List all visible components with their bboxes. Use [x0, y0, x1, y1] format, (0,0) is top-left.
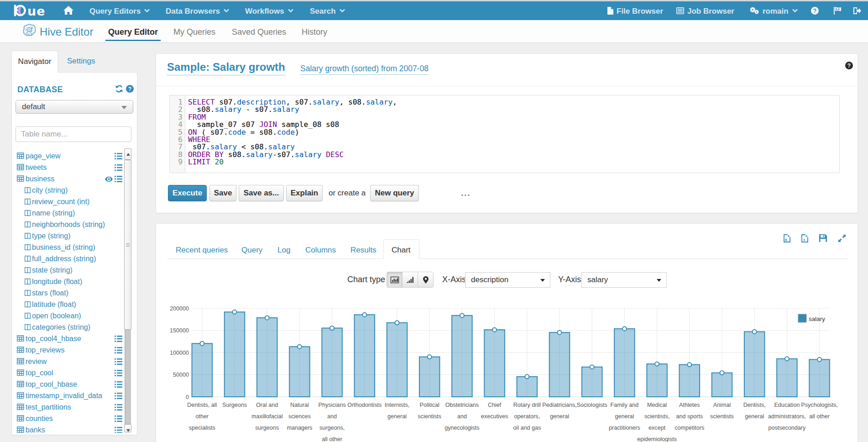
list-icon[interactable]: [115, 358, 122, 367]
legend-swatch[interactable]: [798, 314, 806, 322]
column-name[interactable]: type (string): [32, 232, 70, 240]
table-name[interactable]: tweets: [26, 163, 47, 172]
tab-settings[interactable]: Settings: [67, 57, 95, 66]
explain-button[interactable]: Explain: [286, 185, 323, 201]
bar-8[interactable]: [419, 357, 440, 397]
bar-11[interactable]: [517, 377, 538, 397]
bar-10[interactable]: [484, 330, 505, 397]
column-name[interactable]: neighborhoods (string): [32, 221, 105, 229]
save-button[interactable]: Save: [209, 185, 236, 201]
column-name[interactable]: review_count (int): [32, 198, 89, 206]
navbar-item-job-browser[interactable]: Job Browser: [676, 1, 734, 20]
scrollbar-thumb[interactable]: [124, 160, 131, 330]
bar-13[interactable]: [582, 367, 602, 397]
list-icon[interactable]: [115, 392, 122, 401]
list-icon[interactable]: [115, 335, 122, 344]
x-tick-label: except: [648, 425, 666, 431]
table-name[interactable]: counties: [26, 415, 53, 423]
bar-7[interactable]: [387, 323, 408, 397]
bar-18[interactable]: [744, 332, 765, 397]
sign-out-icon[interactable]: [853, 1, 864, 20]
hue-logo[interactable]: ue: [13, 1, 49, 20]
new-query-button[interactable]: New query: [370, 185, 419, 201]
app-tab-history[interactable]: History: [302, 27, 327, 41]
table-name[interactable]: top_cool_hbase: [26, 380, 77, 389]
column-name[interactable]: longitude (float): [32, 278, 82, 286]
column-name[interactable]: categories (string): [32, 323, 90, 332]
navbar-menu-data-browsers[interactable]: Data Browsers: [166, 1, 232, 20]
database-help-icon[interactable]: ?: [126, 85, 134, 95]
help-circle-icon[interactable]: ?: [811, 1, 822, 20]
list-icon[interactable]: [115, 381, 122, 390]
refresh-icon[interactable]: [115, 85, 123, 95]
flag-icon[interactable]: [833, 1, 845, 20]
column-name[interactable]: city (string): [32, 186, 68, 195]
sql-editor[interactable]: 123456789 SELECT s07.description, s07.sa…: [169, 95, 840, 173]
column-name[interactable]: open (boolean): [32, 312, 81, 320]
list-icon[interactable]: [115, 426, 122, 433]
bar-16[interactable]: [680, 365, 700, 397]
list-icon[interactable]: [115, 153, 122, 162]
list-icon[interactable]: [115, 369, 122, 379]
list-icon[interactable]: [115, 347, 122, 356]
table-name[interactable]: test_partitions: [26, 403, 71, 411]
navbar-menu-workflows[interactable]: Workflows: [245, 1, 297, 20]
navbar-menu-query-editors[interactable]: Query Editors: [89, 1, 153, 20]
app-tab-my-queries[interactable]: My Queries: [173, 27, 215, 41]
bar-marker-7: [395, 321, 399, 325]
navbar-item-romain[interactable]: romain: [750, 1, 801, 20]
table-name[interactable]: page_view: [26, 152, 61, 160]
list-icon[interactable]: [115, 404, 122, 413]
save-as-button[interactable]: Save as...: [239, 185, 284, 201]
table-name[interactable]: top_cool4_hbase: [26, 335, 81, 343]
bar-17[interactable]: [712, 373, 732, 397]
tab-navigator[interactable]: Navigator: [11, 51, 58, 73]
bar-1[interactable]: [192, 343, 213, 397]
list-icon[interactable]: [115, 175, 122, 184]
column-name[interactable]: latitude (float): [32, 300, 76, 309]
results-tab-chart[interactable]: Chart: [392, 246, 411, 256]
query-help-icon[interactable]: ?: [845, 62, 853, 71]
query-subtitle[interactable]: Salary growth (sorted) from 2007-08: [300, 64, 429, 75]
scrollbar-up-button[interactable]: [124, 148, 131, 160]
table-filter-input[interactable]: [16, 126, 131, 142]
column-name[interactable]: full_address (string): [32, 255, 96, 263]
table-name[interactable]: timestamp_invalid_data: [26, 392, 102, 400]
column-name[interactable]: stars (float): [32, 289, 68, 297]
more-actions-button[interactable]: ...: [461, 187, 471, 198]
table-list-scrollbar[interactable]: [124, 148, 131, 432]
navbar-menu-search[interactable]: Search: [310, 1, 348, 20]
execute-button[interactable]: Execute: [168, 185, 207, 201]
bar-9[interactable]: [452, 316, 472, 397]
bar-5[interactable]: [322, 328, 342, 397]
bar-19[interactable]: [777, 359, 797, 397]
bar-14[interactable]: [614, 329, 635, 397]
table-name[interactable]: top_reviews: [26, 346, 64, 354]
table-name[interactable]: business: [26, 175, 54, 183]
bar-4[interactable]: [289, 347, 310, 397]
app-tab-query-editor[interactable]: Query Editor: [105, 27, 161, 41]
column-name[interactable]: state (string): [32, 266, 73, 274]
list-icon[interactable]: [115, 164, 122, 173]
navbar-item-file-browser[interactable]: File Browser: [607, 1, 663, 20]
query-title[interactable]: Sample: Salary growth: [167, 61, 285, 75]
eye-icon[interactable]: [105, 176, 113, 184]
column-name[interactable]: name (string): [32, 209, 75, 217]
list-icon[interactable]: [115, 415, 122, 424]
bar-3[interactable]: [257, 318, 277, 397]
bar-12[interactable]: [549, 332, 570, 397]
home-icon[interactable]: [63, 1, 77, 20]
database-select[interactable]: default: [16, 100, 133, 114]
bar-marker-3: [265, 316, 269, 320]
table-name[interactable]: review: [26, 358, 47, 366]
column-name[interactable]: business_id (string): [32, 243, 95, 252]
bar-20[interactable]: [809, 359, 830, 397]
app-tab-saved-queries[interactable]: Saved Queries: [232, 27, 286, 41]
chevron-down-icon: [340, 1, 348, 20]
bar-6[interactable]: [355, 315, 375, 397]
scrollbar-down-button[interactable]: [124, 424, 131, 432]
bar-15[interactable]: [647, 364, 667, 397]
table-name[interactable]: banks: [26, 426, 45, 433]
bar-2[interactable]: [225, 312, 245, 397]
table-name[interactable]: top_cool: [26, 369, 53, 377]
